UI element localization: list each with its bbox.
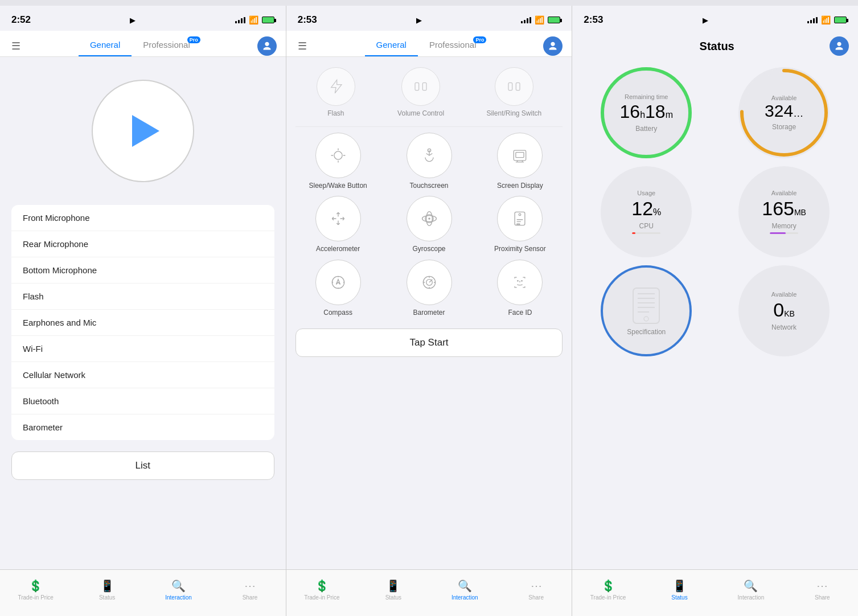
avatar-1[interactable] bbox=[257, 36, 277, 56]
avatar-2[interactable] bbox=[543, 36, 563, 56]
network-circle[interactable]: Available 0 KB Network bbox=[738, 265, 830, 356]
feature-item-earphones[interactable]: Earphones and Mic bbox=[11, 310, 274, 336]
signal-bars-1 bbox=[235, 17, 245, 23]
tab-interaction-3[interactable]: 🔍 Interaction bbox=[715, 579, 786, 601]
sleep-icon bbox=[329, 146, 347, 165]
tap-start-button[interactable]: Tap Start bbox=[295, 328, 563, 357]
tab-tradein-1[interactable]: 💲 Trade-in Price bbox=[0, 579, 71, 601]
s3-bar1 bbox=[807, 21, 809, 23]
battery-circle[interactable]: Remaining time 16 h 18 m Battery bbox=[601, 67, 692, 158]
compass-label: Compass bbox=[323, 309, 352, 318]
storage-circle[interactable]: Available 324… Storage bbox=[738, 67, 830, 158]
icon-compass[interactable]: Compass bbox=[295, 260, 381, 318]
baro-label: Barometer bbox=[413, 309, 445, 318]
tab-status-3[interactable]: 📱 Status bbox=[644, 579, 715, 601]
tab-share-1[interactable]: ⋯ Share bbox=[214, 579, 285, 601]
status-header: Status bbox=[572, 31, 858, 61]
circle-compass bbox=[315, 260, 361, 305]
svg-point-11 bbox=[428, 217, 430, 220]
hamburger-2[interactable]: ☰ bbox=[295, 38, 309, 55]
icon-gyro[interactable]: Gyroscope bbox=[387, 196, 472, 254]
tradein-icon-1: 💲 bbox=[28, 579, 43, 593]
tab-general-2[interactable]: General bbox=[365, 35, 418, 56]
s3-bar3 bbox=[813, 18, 815, 23]
icon-flash-top[interactable]: Flash bbox=[317, 67, 355, 118]
icon-faceid[interactable]: Face ID bbox=[477, 260, 563, 318]
icon-sleep[interactable]: Sleep/Wake Button bbox=[295, 133, 381, 191]
cpu-bar bbox=[632, 232, 660, 234]
tab-status-1[interactable]: 📱 Status bbox=[71, 579, 142, 601]
memory-value: 165 MB bbox=[762, 198, 806, 220]
icon-volume-top[interactable]: Volume Control bbox=[397, 67, 444, 118]
tab-tradein-3[interactable]: 💲 Trade-in Price bbox=[572, 579, 643, 601]
accel-icon bbox=[329, 210, 347, 228]
tab-share-3[interactable]: ⋯ Share bbox=[787, 579, 858, 601]
spec-label-bottom: Specification bbox=[627, 328, 666, 336]
svg-rect-1 bbox=[422, 83, 426, 90]
tab-tradein-2[interactable]: 💲 Trade-in Price bbox=[286, 579, 358, 601]
interaction-icon-3: 🔍 bbox=[744, 579, 758, 593]
circle-display bbox=[497, 133, 543, 178]
tab-share-2[interactable]: ⋯ Share bbox=[500, 579, 572, 601]
volume-icon-top bbox=[412, 78, 429, 95]
status-label-3: Status bbox=[671, 594, 687, 601]
tab-bar-3: 💲 Trade-in Price 📱 Status 🔍 Interaction … bbox=[572, 569, 858, 616]
battery-icon-2 bbox=[548, 17, 560, 23]
feature-item-front-mic[interactable]: Front Microphone bbox=[11, 205, 274, 231]
spec-circle[interactable]: Specification bbox=[601, 265, 692, 356]
feature-item-rear-mic[interactable]: Rear Microphone bbox=[11, 231, 274, 257]
pro-badge-1: Pro bbox=[187, 36, 200, 43]
svg-point-20 bbox=[522, 280, 523, 282]
feature-item-wifi[interactable]: Wi-Fi bbox=[11, 336, 274, 362]
pro-badge-2: Pro bbox=[473, 36, 486, 43]
cpu-circle[interactable]: Usage 12 % CPU bbox=[601, 166, 692, 257]
tab-interaction-1[interactable]: 🔍 Interaction bbox=[143, 579, 214, 601]
feature-item-barometer[interactable]: Barometer bbox=[11, 414, 274, 440]
wifi-icon-1: 📶 bbox=[249, 15, 258, 24]
icon-ring-top[interactable]: Silent/Ring Switch bbox=[486, 67, 541, 118]
svg-rect-14 bbox=[517, 224, 520, 225]
nav-tabs-2: General Professional Pro bbox=[309, 35, 544, 56]
time-3: 2:53 bbox=[584, 14, 603, 26]
feature-list-1: Front Microphone Rear Microphone Bottom … bbox=[11, 205, 274, 440]
play-triangle-1 bbox=[132, 115, 159, 147]
feature-item-cellular[interactable]: Cellular Network bbox=[11, 362, 274, 388]
icon-accel[interactable]: Accelerometer bbox=[295, 196, 381, 254]
feature-item-flash[interactable]: Flash bbox=[11, 284, 274, 310]
icon-proximity[interactable]: Proximity Sensor bbox=[477, 196, 563, 254]
gyro-icon bbox=[420, 210, 438, 228]
play-button-1[interactable] bbox=[92, 80, 194, 182]
cpu-container: Usage 12 % CPU bbox=[581, 166, 711, 257]
feature-item-bluetooth[interactable]: Bluetooth bbox=[11, 388, 274, 414]
icon-touch[interactable]: Touchscreen bbox=[387, 133, 472, 191]
icon-baro[interactable]: Barometer bbox=[387, 260, 472, 318]
status-icons-3: 📶 bbox=[807, 15, 847, 24]
accel-label: Accelerometer bbox=[316, 245, 360, 254]
feature-item-bottom-mic[interactable]: Bottom Microphone bbox=[11, 257, 274, 284]
list-button-1[interactable]: List bbox=[11, 451, 274, 480]
circle-proximity bbox=[497, 196, 543, 241]
tradein-icon-2: 💲 bbox=[315, 579, 329, 593]
icon-display[interactable]: Screen Display bbox=[477, 133, 563, 191]
signal-bars-2 bbox=[521, 17, 531, 23]
avatar-icon-3 bbox=[833, 40, 845, 52]
hamburger-1[interactable]: ☰ bbox=[9, 38, 23, 55]
cpu-label-bottom: CPU bbox=[639, 222, 654, 230]
tab-professional-2[interactable]: Professional Pro bbox=[418, 35, 488, 56]
interaction-icon-1: 🔍 bbox=[171, 579, 186, 593]
tab-professional-1[interactable]: Professional Pro bbox=[132, 35, 202, 56]
avatar-3[interactable] bbox=[830, 36, 849, 56]
interaction-label-3: Interaction bbox=[738, 594, 765, 601]
battery-icon-1 bbox=[262, 17, 274, 23]
svg-point-29 bbox=[644, 317, 648, 321]
svg-point-4 bbox=[334, 151, 342, 159]
status-icon-3: 📱 bbox=[672, 579, 687, 593]
tab-status-2[interactable]: 📱 Status bbox=[358, 579, 429, 601]
share-label-1: Share bbox=[243, 594, 258, 601]
tab-interaction-2[interactable]: 🔍 Interaction bbox=[429, 579, 500, 601]
memory-circle[interactable]: Available 165 MB Memory bbox=[738, 166, 830, 257]
memory-label-top: Available bbox=[771, 190, 797, 196]
tab-general-1[interactable]: General bbox=[79, 35, 132, 56]
tab-bar-1: 💲 Trade-in Price 📱 Status 🔍 Interaction … bbox=[0, 569, 286, 616]
interaction-label-1: Interaction bbox=[165, 594, 192, 601]
